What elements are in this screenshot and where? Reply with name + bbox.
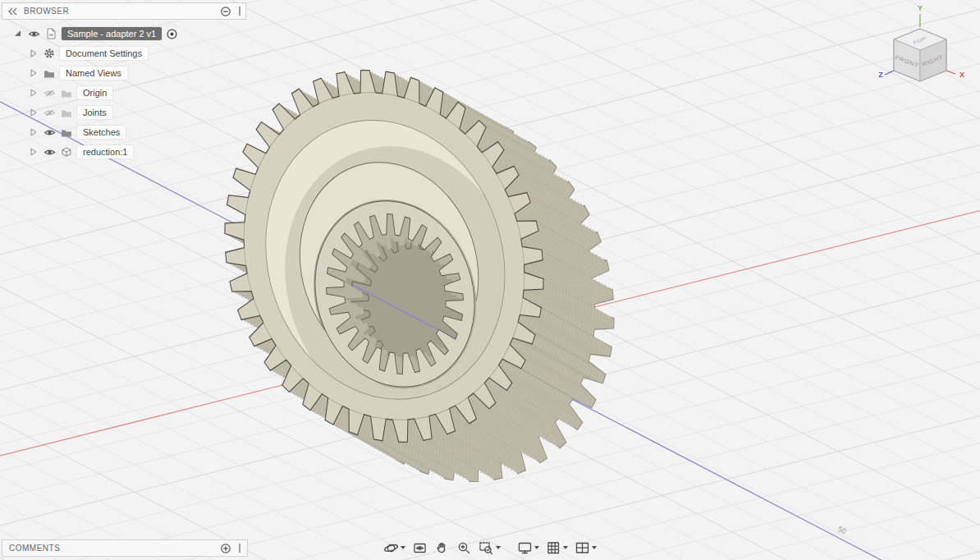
tree-label[interactable]: Joints — [77, 106, 112, 119]
visibility-eye-icon[interactable] — [27, 30, 40, 39]
dropdown-caret-icon[interactable] — [592, 546, 597, 549]
component-cube-icon — [60, 146, 73, 158]
orbit-icon — [383, 540, 399, 556]
browser-tree: Sample - adapter 2 v1 Document Settings … — [2, 24, 246, 162]
folder-icon — [43, 69, 56, 78]
expand-arrow-icon[interactable] — [28, 88, 39, 98]
panel-drag-grip[interactable] — [239, 544, 240, 553]
viewcube-z-axis-line — [885, 71, 894, 75]
viewcube-x-axis-line — [946, 71, 955, 74]
expand-arrow-icon[interactable] — [28, 127, 39, 137]
dropdown-caret-icon[interactable] — [563, 546, 568, 549]
comments-panel-header[interactable]: COMMENTS — [2, 539, 248, 557]
zoom-button[interactable] — [453, 538, 475, 558]
viewcube-z-label: Z — [878, 71, 883, 79]
comments-panel-title: COMMENTS — [9, 544, 60, 553]
tree-row-named-views[interactable]: Named Views — [2, 63, 246, 83]
visibility-eye-icon[interactable] — [43, 148, 56, 157]
collapse-panel-icon[interactable] — [7, 7, 19, 16]
viewports-icon — [575, 540, 590, 556]
expand-arrow-icon[interactable] — [28, 108, 39, 117]
pan-button[interactable] — [431, 538, 453, 558]
tree-label[interactable]: Sketches — [77, 126, 126, 139]
dropdown-caret-icon[interactable] — [496, 546, 501, 549]
navigation-toolbar — [380, 538, 600, 558]
dropdown-caret-icon[interactable] — [401, 546, 405, 549]
tree-row-joints[interactable]: Joints — [2, 103, 246, 122]
add-comment-icon[interactable] — [220, 543, 231, 554]
pan-hand-icon — [434, 540, 450, 556]
look-at-icon — [412, 540, 428, 556]
view-cube[interactable]: TOP FRONT RIGHT Y Z X — [873, 2, 975, 99]
viewports-button[interactable] — [571, 538, 600, 558]
orbit-button[interactable] — [380, 538, 409, 558]
fusion-360-canvas-window: { "browser": { "title": "BROWSER", "rows… — [0, 0, 980, 560]
gear-model[interactable] — [177, 29, 661, 524]
tree-label[interactable]: Document Settings — [60, 47, 148, 60]
tree-row-document-settings[interactable]: Document Settings — [2, 44, 246, 63]
folder-icon — [60, 108, 73, 117]
grid-icon — [546, 540, 561, 556]
folder-icon — [60, 128, 73, 137]
tree-label[interactable]: Sample - adapter 2 v1 — [62, 27, 162, 40]
dropdown-caret-icon[interactable] — [534, 546, 539, 549]
viewcube-y-label: Y — [918, 4, 923, 12]
fit-button[interactable] — [475, 538, 504, 558]
visibility-eye-off-icon[interactable] — [43, 108, 56, 117]
grid-and-snaps-button[interactable] — [543, 538, 571, 558]
display-settings-icon — [517, 540, 533, 556]
tree-row-origin[interactable]: Origin — [2, 83, 246, 103]
tree-row-reduction-component[interactable]: reduction:1 — [2, 142, 246, 162]
tree-row-root-component[interactable]: Sample - adapter 2 v1 — [2, 24, 246, 44]
document-icon — [44, 28, 57, 39]
tree-label[interactable]: Named Views — [60, 67, 127, 80]
browser-panel-header: BROWSER — [2, 2, 246, 20]
expand-arrow-icon[interactable] — [28, 147, 39, 157]
expand-arrow-icon[interactable] — [28, 68, 39, 78]
viewcube-x-label: X — [959, 71, 964, 79]
display-settings-button[interactable] — [514, 538, 543, 558]
tree-row-sketches[interactable]: Sketches — [2, 122, 246, 142]
panel-drag-grip[interactable] — [239, 7, 240, 16]
browser-panel-title: BROWSER — [24, 7, 69, 16]
activate-component-radio-icon[interactable] — [166, 28, 178, 40]
expand-arrow-icon[interactable] — [12, 29, 23, 39]
visibility-eye-off-icon[interactable] — [43, 89, 56, 98]
folder-icon — [60, 89, 73, 98]
tree-label[interactable]: Origin — [77, 86, 112, 99]
fit-icon — [479, 540, 494, 556]
panel-display-mode-icon[interactable] — [220, 6, 231, 17]
visibility-eye-icon[interactable] — [43, 128, 56, 137]
gear-icon — [43, 48, 56, 59]
zoom-icon — [456, 540, 472, 556]
look-at-button[interactable] — [409, 538, 431, 558]
expand-arrow-icon[interactable] — [28, 48, 39, 58]
axis-tick-label: 50 — [836, 525, 847, 535]
tree-label[interactable]: reduction:1 — [77, 145, 133, 158]
